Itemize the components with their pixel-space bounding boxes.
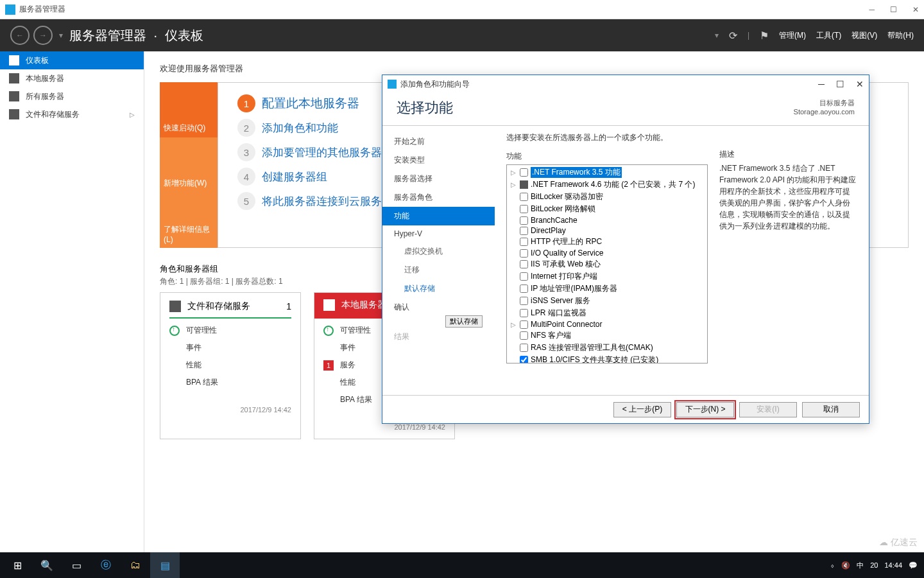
feature-checkbox[interactable]: [520, 216, 528, 225]
menu-help[interactable]: 帮助(H): [887, 30, 914, 41]
window-titlebar: 服务器管理器 ─ ☐ ✕: [0, 0, 924, 19]
explorer-icon[interactable]: 🗂: [121, 552, 150, 578]
step-virtual-switch[interactable]: 虚拟交换机: [382, 242, 495, 261]
maximize-button[interactable]: ☐: [890, 5, 897, 14]
flag-icon[interactable]: ⚑: [760, 30, 769, 42]
feature-row[interactable]: DirectPlay: [508, 225, 706, 236]
default-store-button[interactable]: 默认存储: [445, 315, 483, 328]
tree-expand-icon[interactable]: ▷: [509, 169, 517, 176]
feature-row[interactable]: ▷.NET Framework 4.6 功能 (2 个已安装，共 7 个): [508, 179, 706, 191]
destination-server: 目标服务器 Storage.aoyou.com: [794, 98, 855, 118]
features-listbox[interactable]: ▷.NET Framework 3.5 功能▷.NET Framework 4.…: [506, 164, 708, 363]
servers-icon: [9, 91, 19, 101]
feature-row[interactable]: BitLocker 网络解锁: [508, 203, 706, 215]
step-2[interactable]: 添加角色和功能: [262, 121, 338, 136]
prev-button[interactable]: < 上一步(P): [613, 402, 671, 417]
feature-row[interactable]: Internet 打印客户端: [508, 270, 706, 283]
feature-row[interactable]: BranchCache: [508, 215, 706, 225]
step-install-type[interactable]: 安装类型: [382, 151, 495, 170]
feature-checkbox[interactable]: [520, 168, 528, 177]
step-1[interactable]: 配置此本地服务器: [262, 95, 359, 112]
nav-forward-button[interactable]: →: [33, 26, 53, 45]
menu-view[interactable]: 视图(V): [851, 30, 877, 41]
feature-checkbox[interactable]: [520, 297, 528, 305]
feature-row[interactable]: RAS 连接管理器管理工具包(CMAK): [508, 342, 706, 354]
breadcrumb-leaf[interactable]: 仪表板: [165, 28, 203, 42]
feature-row[interactable]: IIS 可承载 Web 核心: [508, 258, 706, 270]
feature-label: I/O Quality of Service: [531, 249, 603, 258]
feature-checkbox[interactable]: [520, 205, 528, 213]
feature-row[interactable]: BitLocker 驱动器加密: [508, 191, 706, 203]
nav-local-server[interactable]: 本地服务器: [0, 69, 144, 87]
tray-notifications-icon[interactable]: 💬: [909, 561, 918, 570]
feature-checkbox[interactable]: [520, 356, 528, 363]
taskview-button[interactable]: ▭: [62, 552, 91, 578]
wizard-close-button[interactable]: ✕: [856, 79, 864, 89]
search-button[interactable]: 🔍: [32, 552, 62, 578]
ie-icon[interactable]: ⓔ: [91, 552, 121, 578]
tile-whatsnew[interactable]: 新增功能(W): [160, 137, 218, 193]
step-before-begin[interactable]: 开始之前: [382, 132, 495, 151]
feature-checkbox[interactable]: [520, 260, 528, 268]
step-migration[interactable]: 迁移: [382, 261, 495, 279]
minimize-button[interactable]: ─: [869, 5, 875, 14]
step-default-store[interactable]: 默认存储: [382, 279, 495, 298]
server-manager-task[interactable]: ▤: [150, 552, 180, 578]
alert-badge: 1: [323, 360, 334, 371]
step-server-roles[interactable]: 服务器角色: [382, 188, 495, 207]
feature-row[interactable]: ▷.NET Framework 3.5 功能: [508, 166, 706, 179]
tray-sound-icon[interactable]: 🔇: [841, 561, 850, 570]
nav-all-servers[interactable]: 所有服务器: [0, 87, 144, 105]
tray-time[interactable]: 14:44: [884, 561, 902, 569]
card-file-storage[interactable]: 文件和存储服务1 可管理性 事件 性能 BPA 结果 2017/12/9 14:…: [160, 292, 301, 439]
menu-manage[interactable]: 管理(M): [779, 30, 806, 41]
step-5[interactable]: 将此服务器连接到云服务: [262, 194, 382, 209]
step-hyperv[interactable]: Hyper-V: [382, 225, 495, 242]
tree-expand-icon[interactable]: ▷: [509, 321, 517, 328]
nav-file-storage[interactable]: 文件和存储服务▷: [0, 105, 144, 123]
feature-row[interactable]: SMB 1.0/CIFS 文件共享支持 (已安装): [508, 354, 706, 363]
tray-ime[interactable]: 中: [857, 561, 864, 570]
feature-checkbox[interactable]: [520, 238, 528, 246]
menu-tools[interactable]: 工具(T): [816, 30, 841, 41]
close-button[interactable]: ✕: [912, 5, 919, 14]
step-4[interactable]: 创建服务器组: [262, 170, 327, 184]
nav-back-button[interactable]: ←: [10, 26, 30, 45]
feature-checkbox[interactable]: [520, 320, 528, 329]
step-3[interactable]: 添加要管理的其他服务器: [262, 145, 382, 160]
step-features[interactable]: 功能: [382, 207, 495, 225]
feature-row[interactable]: iSNS Server 服务: [508, 295, 706, 307]
feature-row[interactable]: IP 地址管理(IPAM)服务器: [508, 283, 706, 295]
feature-label: MultiPoint Connector: [531, 320, 602, 329]
nav-dashboard[interactable]: 仪表板: [0, 51, 144, 69]
feature-checkbox[interactable]: [520, 180, 528, 189]
feature-checkbox[interactable]: [520, 272, 528, 281]
feature-label: Internet 打印客户端: [531, 271, 597, 282]
tile-quickstart[interactable]: 快速启动(Q): [160, 82, 218, 137]
feature-checkbox[interactable]: [520, 249, 528, 258]
feature-row[interactable]: NFS 客户端: [508, 329, 706, 342]
feature-row[interactable]: ▷MultiPoint Connector: [508, 319, 706, 329]
feature-checkbox[interactable]: [520, 344, 528, 352]
breadcrumb-root[interactable]: 服务器管理器: [69, 28, 146, 42]
wizard-maximize-button[interactable]: ☐: [836, 79, 844, 89]
next-button[interactable]: 下一步(N) >: [676, 402, 734, 417]
tile-learnmore[interactable]: 了解详细信息(L): [160, 193, 218, 248]
feature-row[interactable]: LPR 端口监视器: [508, 307, 706, 319]
feature-checkbox[interactable]: [520, 227, 528, 235]
feature-checkbox[interactable]: [520, 309, 528, 317]
start-button[interactable]: ⊞: [3, 552, 32, 578]
step-confirm[interactable]: 确认: [382, 298, 495, 317]
wizard-minimize-button[interactable]: ─: [818, 79, 825, 89]
feature-row[interactable]: HTTP 代理上的 RPC: [508, 236, 706, 248]
feature-checkbox[interactable]: [520, 193, 528, 201]
step-server-selection[interactable]: 服务器选择: [382, 170, 495, 188]
cancel-button[interactable]: 取消: [802, 402, 860, 417]
refresh-icon[interactable]: ⟳: [729, 30, 737, 42]
tree-expand-icon[interactable]: ▷: [509, 181, 517, 188]
feature-checkbox[interactable]: [520, 331, 528, 340]
feature-checkbox[interactable]: [520, 285, 528, 293]
tray-network-icon[interactable]: ⬨: [830, 561, 835, 569]
app-icon: [388, 80, 397, 89]
feature-row[interactable]: I/O Quality of Service: [508, 248, 706, 258]
